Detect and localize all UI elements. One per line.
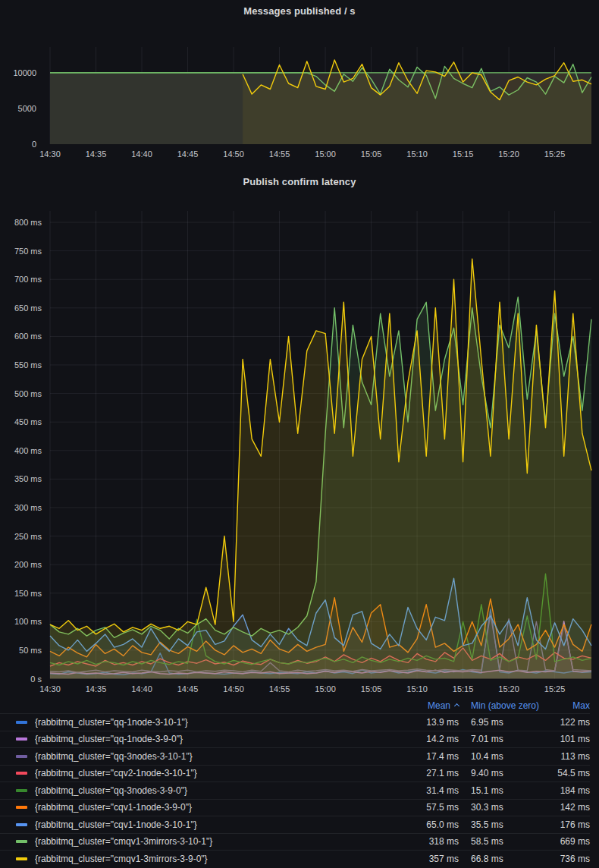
legend-row[interactable]: {rabbitmq_cluster="cqv1-1node-3-9-0"}57.… xyxy=(0,799,590,816)
y-tick-label: 150 ms xyxy=(14,589,42,598)
min-value: 30.3 ms xyxy=(459,802,556,813)
min-value: 10.4 ms xyxy=(459,751,556,762)
x-tick-label: 14:45 xyxy=(177,149,199,159)
panel-title-latency[interactable]: Publish confirm latency xyxy=(0,173,599,193)
x-tick-label: 14:30 xyxy=(39,149,61,159)
panel-publish-confirm-latency: Publish confirm latency 14:3014:3514:401… xyxy=(0,173,599,867)
legend-rows: {rabbitmq_cluster="qq-1node-3-10-1"}13.9… xyxy=(0,713,590,867)
y-tick-label: 100 ms xyxy=(14,617,42,626)
series-color-swatch xyxy=(16,721,27,724)
y-tick-label: 350 ms xyxy=(14,474,42,483)
panel-title-messages[interactable]: Messages published / s xyxy=(0,0,599,21)
mean-value: 65.0 ms xyxy=(389,819,459,830)
max-value: 122 ms xyxy=(556,717,590,728)
y-tick-label: 5000 xyxy=(18,104,36,113)
x-tick-label: 14:35 xyxy=(86,149,107,159)
x-tick-label: 15:10 xyxy=(406,684,428,693)
series-label[interactable]: {rabbitmq_cluster="cqv1-1node-3-9-0"} xyxy=(35,802,389,813)
max-value: 669 ms xyxy=(556,836,590,847)
x-tick-label: 15:15 xyxy=(453,684,474,693)
x-tick-label: 14:55 xyxy=(269,149,290,159)
series-label[interactable]: {rabbitmq_cluster="cqv2-1node-3-10-1"} xyxy=(35,768,389,778)
y-tick-label: 800 ms xyxy=(14,218,42,227)
y-tick-label: 700 ms xyxy=(14,275,42,284)
y-tick-label: 650 ms xyxy=(14,303,42,313)
series-label[interactable]: {rabbitmq_cluster="qq-3nodes-3-10-1"} xyxy=(35,751,389,762)
legend-row[interactable]: {rabbitmq_cluster="cmqv1-3mirrors-3-9-0"… xyxy=(0,850,590,867)
y-tick-label: 50 ms xyxy=(19,646,42,655)
y-tick-label: 750 ms xyxy=(14,247,42,256)
min-value: 6.95 ms xyxy=(459,717,556,728)
mean-value: 27.1 ms xyxy=(389,768,459,778)
latency-chart[interactable]: 14:3014:3514:4014:4514:5014:5515:0015:05… xyxy=(0,193,599,698)
legend-row[interactable]: {rabbitmq_cluster="qq-1node-3-10-1"}13.9… xyxy=(0,713,590,731)
x-tick-label: 14:50 xyxy=(223,684,244,693)
x-tick-label: 15:25 xyxy=(544,684,566,693)
x-tick-label: 14:35 xyxy=(86,684,107,693)
x-tick-label: 15:05 xyxy=(361,149,382,159)
series-color-swatch xyxy=(16,755,27,758)
max-value: 54.5 ms xyxy=(556,768,590,778)
x-tick-label: 15:10 xyxy=(406,149,428,159)
x-tick-label: 15:20 xyxy=(498,149,519,159)
min-value: 66.8 ms xyxy=(459,854,556,864)
y-tick-label: 250 ms xyxy=(14,532,42,541)
min-value: 9.40 ms xyxy=(459,768,556,778)
series-label[interactable]: {rabbitmq_cluster="qq-1node-3-10-1"} xyxy=(35,717,389,728)
max-value: 176 ms xyxy=(556,819,590,830)
legend-row[interactable]: {rabbitmq_cluster="qq-3nodes-3-10-1"}17.… xyxy=(0,747,590,765)
legend-row[interactable]: {rabbitmq_cluster="qq-1node-3-9-0"}14.2 … xyxy=(0,731,590,748)
legend-row[interactable]: {rabbitmq_cluster="cqv1-1node-3-10-1"}65… xyxy=(0,816,590,833)
legend-header-max[interactable]: Max xyxy=(556,700,599,711)
series-label[interactable]: {rabbitmq_cluster="cmqv1-3mirrors-3-10-1… xyxy=(35,836,389,847)
mean-value: 31.4 ms xyxy=(389,785,459,796)
y-tick-label: 300 ms xyxy=(14,503,42,512)
x-tick-label: 14:30 xyxy=(39,684,61,693)
series-label[interactable]: {rabbitmq_cluster="qq-3nodes-3-9-0"} xyxy=(35,785,389,796)
x-tick-label: 15:00 xyxy=(315,149,336,159)
max-value: 184 ms xyxy=(556,785,590,796)
legend-header-mean[interactable]: Mean xyxy=(389,700,459,711)
mean-value: 14.2 ms xyxy=(389,734,459,744)
x-tick-label: 15:20 xyxy=(498,684,519,693)
max-value: 142 ms xyxy=(556,802,590,813)
x-tick-label: 14:45 xyxy=(177,684,199,693)
series-color-swatch xyxy=(16,789,27,792)
max-value: 736 ms xyxy=(556,854,590,864)
x-tick-label: 15:15 xyxy=(453,149,474,159)
y-tick-label: 600 ms xyxy=(14,332,42,341)
y-tick-label: 400 ms xyxy=(14,446,42,455)
mean-value: 318 ms xyxy=(389,836,459,847)
y-tick-label: 10000 xyxy=(13,68,36,77)
legend-header: Mean Min (above zero) Max xyxy=(0,698,590,713)
x-tick-label: 15:25 xyxy=(544,149,566,159)
series-color-swatch xyxy=(16,840,27,843)
max-value: 113 ms xyxy=(556,751,590,762)
legend-row[interactable]: {rabbitmq_cluster="qq-3nodes-3-9-0"}31.4… xyxy=(0,782,590,799)
legend-row[interactable]: {rabbitmq_cluster="cqv2-1node-3-10-1"}27… xyxy=(0,765,590,782)
series-label[interactable]: {rabbitmq_cluster="qq-1node-3-9-0"} xyxy=(35,734,389,744)
series-label[interactable]: {rabbitmq_cluster="cqv1-1node-3-10-1"} xyxy=(35,819,389,830)
y-tick-label: 0 xyxy=(32,140,36,149)
x-tick-label: 14:40 xyxy=(131,149,152,159)
legend-table: Mean Min (above zero) Max {rabbitmq_clus… xyxy=(0,698,599,867)
legend-header-min[interactable]: Min (above zero) xyxy=(459,700,556,711)
max-value: 101 ms xyxy=(556,734,590,744)
min-value: 15.1 ms xyxy=(459,785,556,796)
min-value: 58.5 ms xyxy=(459,836,556,847)
mean-value: 57.5 ms xyxy=(389,802,459,813)
y-tick-label: 450 ms xyxy=(14,417,42,426)
min-value: 7.01 ms xyxy=(459,734,556,744)
mean-value: 357 ms xyxy=(389,854,459,864)
series-color-swatch xyxy=(16,823,27,826)
messages-published-chart[interactable]: 14:3014:3514:4014:4514:5014:5515:0015:05… xyxy=(0,21,599,173)
mean-value: 17.4 ms xyxy=(389,751,459,762)
y-tick-label: 500 ms xyxy=(14,389,42,398)
series-color-swatch xyxy=(16,737,27,741)
legend-row[interactable]: {rabbitmq_cluster="cmqv1-3mirrors-3-10-1… xyxy=(0,833,590,851)
series-label[interactable]: {rabbitmq_cluster="cmqv1-3mirrors-3-9-0"… xyxy=(35,854,389,864)
series-color-swatch xyxy=(16,857,27,860)
series-fill-cmqv1-3mirrors-3-9-0 xyxy=(50,259,591,678)
x-tick-label: 14:50 xyxy=(223,149,244,159)
series-color-swatch xyxy=(16,806,27,809)
